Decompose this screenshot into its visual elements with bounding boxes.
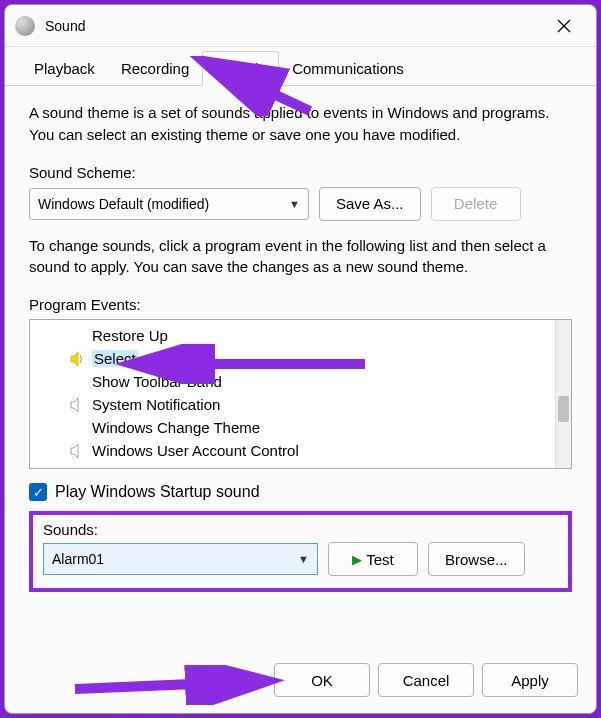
tabstrip: Playback Recording Sounds Communications [5, 51, 596, 86]
chevron-down-icon: ▼ [298, 553, 309, 565]
scrollbar[interactable] [555, 320, 571, 468]
events-label: Program Events: [29, 296, 572, 313]
ok-button[interactable]: OK [274, 663, 370, 697]
tab-playback[interactable]: Playback [21, 51, 108, 85]
save-as-button[interactable]: Save As... [319, 187, 421, 221]
sounds-label: Sounds: [43, 521, 558, 538]
tab-communications[interactable]: Communications [279, 51, 417, 85]
sounds-highlight-box: Sounds: Alarm01 ▼ ▶ Test Browse... [29, 511, 572, 592]
svg-marker-3 [71, 398, 78, 412]
list-item[interactable]: System Notification [30, 393, 555, 416]
tab-sounds[interactable]: Sounds [202, 51, 279, 86]
list-item[interactable]: Windows User Account Control [30, 439, 555, 462]
tab-content: A sound theme is a set of sounds applied… [5, 86, 596, 652]
sounds-select[interactable]: Alarm01 ▼ [43, 543, 318, 575]
events-description: To change sounds, click a program event … [29, 235, 572, 279]
sound-dialog: Sound Playback Recording Sounds Communic… [4, 4, 597, 714]
scheme-value: Windows Default (modified) [38, 196, 209, 212]
browse-button[interactable]: Browse... [428, 542, 525, 576]
dialog-footer: OK Cancel Apply [5, 652, 596, 713]
window-title: Sound [45, 18, 85, 34]
scheme-select[interactable]: Windows Default (modified) ▼ [29, 188, 309, 220]
sounds-value: Alarm01 [52, 551, 104, 567]
close-icon [557, 19, 571, 33]
close-button[interactable] [542, 5, 586, 47]
tab-recording[interactable]: Recording [108, 51, 202, 85]
chevron-down-icon: ▼ [289, 198, 300, 210]
speaker-icon [70, 443, 86, 459]
scroll-thumb[interactable] [558, 396, 569, 422]
scheme-label: Sound Scheme: [29, 164, 572, 181]
svg-marker-4 [71, 444, 78, 458]
test-button[interactable]: ▶ Test [328, 542, 418, 576]
list-item[interactable]: Restore Up [30, 324, 555, 347]
speaker-icon [70, 351, 86, 367]
list-item[interactable]: Windows Change Theme [30, 416, 555, 439]
play-icon: ▶ [352, 552, 362, 567]
delete-button: Delete [431, 187, 521, 221]
list-item[interactable]: Show Toolbar Band [30, 370, 555, 393]
apply-button[interactable]: Apply [482, 663, 578, 697]
titlebar: Sound [5, 5, 596, 47]
startup-sound-label: Play Windows Startup sound [55, 483, 260, 501]
svg-marker-2 [71, 352, 78, 366]
program-events-list[interactable]: Restore Up Select Show Toolbar Band Syst… [29, 319, 572, 469]
speaker-icon [70, 397, 86, 413]
startup-sound-checkbox[interactable]: ✓ [29, 483, 47, 501]
cancel-button[interactable]: Cancel [378, 663, 474, 697]
sound-icon [15, 16, 35, 36]
list-item[interactable]: Select [30, 347, 555, 370]
theme-description: A sound theme is a set of sounds applied… [29, 102, 572, 146]
